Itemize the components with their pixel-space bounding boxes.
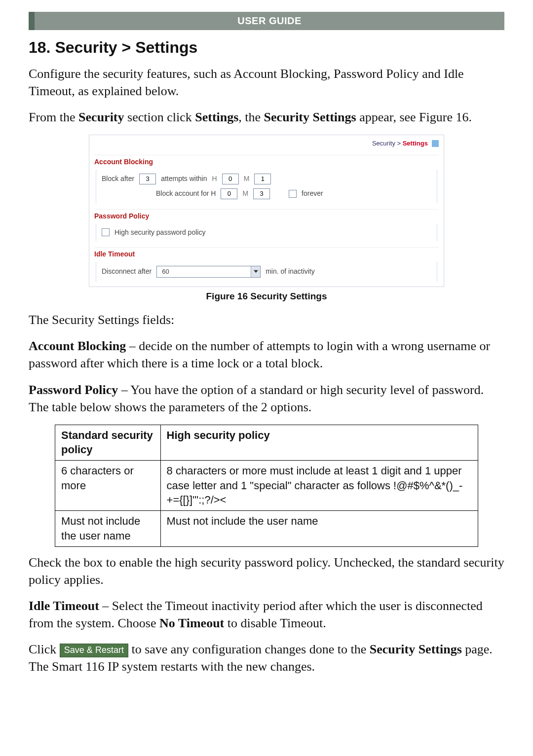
security-settings-screenshot: Security > Settings Account Blocking Blo… [89,135,444,287]
unit-m: M [244,174,250,183]
term-password-policy: Password Policy [29,383,118,397]
header-banner: USER GUIDE [29,12,504,30]
label-disconnect-after: Disconnect after [102,267,152,276]
th-standard: Standard security policy [55,425,161,460]
nav-post: appear, see Figure 16. [356,110,472,124]
input-blockfor-h[interactable] [221,188,237,199]
save-restart-button[interactable]: Save & Restart [60,644,128,657]
save-mid: to save any configuration changes done t… [128,642,370,656]
checkbox-high-security[interactable] [102,228,110,236]
input-attempts-h[interactable] [222,174,239,184]
nav-sentence: From the Security section click Settings… [29,108,504,126]
select-idle-value: 60 [157,267,251,276]
section-idle-timeout: Idle Timeout [94,247,439,259]
idle-timeout-para: Idle Timeout – Select the Timeout inacti… [29,597,504,632]
term-account-blocking: Account Blocking [29,339,126,353]
label-high-security: High security password policy [114,228,205,237]
word-settings: Settings [195,110,238,124]
input-attempts-m[interactable] [254,174,271,184]
unit-m2: M [242,189,248,198]
term-no-timeout: No Timeout [159,616,224,630]
table-row: 6 characters or more 8 characters or mor… [55,461,478,511]
unit-h: H [212,174,217,183]
label-attempts-within: attempts within [161,174,207,183]
save-pre: Click [29,642,60,656]
input-blockfor-m[interactable] [253,188,270,199]
word-security-settings: Security Settings [264,110,356,124]
input-block-after[interactable] [139,174,156,184]
fields-intro: The Security Settings fields: [29,311,504,328]
td-std-chars: 6 characters or more [55,461,161,511]
page-title: 18. Security > Settings [29,37,504,58]
label-block-account-for: Block account for H [156,189,216,198]
td-high-username: Must not include the user name [160,511,478,546]
breadcrumb-leaf: Settings [403,140,428,147]
account-blocking-para: Account Blocking – decide on the number … [29,337,504,372]
breadcrumb: Security > Settings [372,139,428,148]
label-forever: forever [302,189,323,198]
section-password-policy: Password Policy [94,209,439,221]
section-account-blocking: Account Blocking [94,155,439,167]
nav-mid2: , the [238,110,264,124]
select-idle-timeout[interactable]: 60 [156,266,261,278]
svg-marker-0 [254,270,258,273]
label-block-after: Block after [102,174,134,183]
word-security: Security [78,110,124,124]
term-security-settings: Security Settings [370,642,462,656]
policy-comparison-table: Standard security policy High security p… [55,425,478,547]
save-restart-para: Click Save & Restart to save any configu… [29,641,504,675]
label-min-inactivity: min. of inactivity [266,267,315,276]
table-row: Must not include the user name Must not … [55,511,478,546]
td-high-chars: 8 characters or more must include at lea… [160,461,478,511]
breadcrumb-root: Security > [372,140,403,147]
term-idle-timeout: Idle Timeout [29,599,99,613]
intro-text: Configure the security features, such as… [29,65,504,100]
td-std-username: Must not include the user name [55,511,161,546]
chevron-down-icon [251,266,260,277]
password-policy-para: Password Policy – You have the option of… [29,381,504,416]
idle-end: to disable Timeout. [224,616,326,630]
nav-pre: From the [29,110,78,124]
checkbox-forever[interactable] [289,190,297,198]
nav-mid1: section click [124,110,195,124]
figure-caption: Figure 16 Security Settings [89,290,444,303]
checkbox-note: Check the box to enable the high securit… [29,554,504,588]
th-high: High security policy [160,425,478,460]
corner-square-icon [432,140,439,147]
